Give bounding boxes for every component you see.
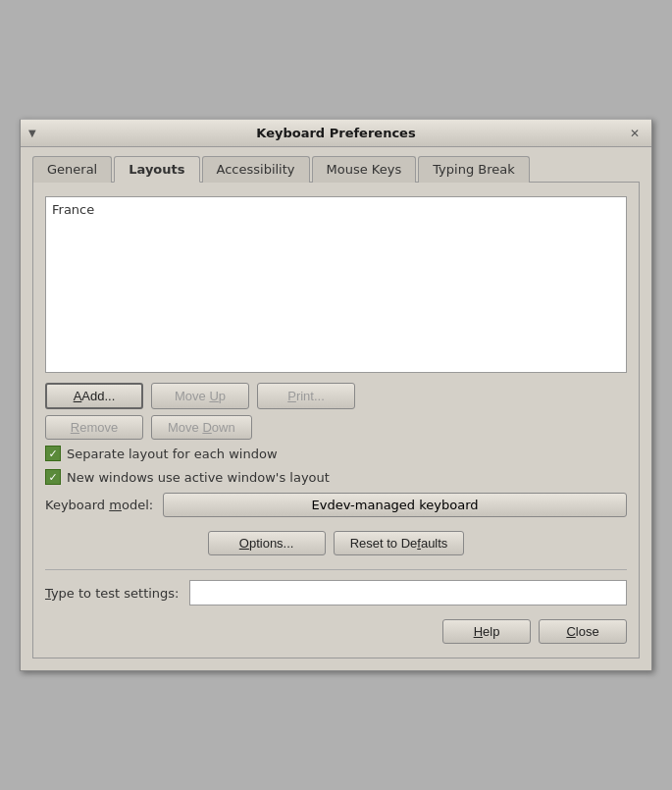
layouts-tab-panel: France AAdd... Move Up Print... Remove M… xyxy=(32,183,640,658)
options-reset-row: Options... Reset to Defaults xyxy=(45,531,627,555)
close-window-button[interactable]: ✕ xyxy=(626,125,644,142)
bottom-buttons: Help Close xyxy=(45,619,627,644)
close-button[interactable]: Close xyxy=(539,619,627,644)
tab-layouts[interactable]: Layouts xyxy=(114,156,199,183)
tab-typing-break[interactable]: Typing Break xyxy=(418,156,530,183)
titlebar-arrow-icon: ▼ xyxy=(28,128,36,138)
add-button[interactable]: AAdd... xyxy=(45,383,143,409)
keyboard-model-dropdown[interactable]: Evdev-managed keyboard xyxy=(163,493,627,517)
titlebar: ▼ Keyboard Preferences ✕ xyxy=(21,120,651,147)
tab-general[interactable]: General xyxy=(32,156,112,183)
layouts-list[interactable]: France xyxy=(45,196,627,373)
separate-layout-row[interactable]: Separate layout for each window xyxy=(45,446,627,461)
new-windows-checkbox[interactable] xyxy=(45,469,61,485)
separate-layout-checkbox[interactable] xyxy=(45,446,61,461)
new-windows-layout-row[interactable]: New windows use active window's layout xyxy=(45,469,627,485)
separate-layout-label: Separate layout for each window xyxy=(67,447,278,461)
options-button[interactable]: Options... xyxy=(208,531,326,555)
keyboard-model-row: Keyboard model: Evdev-managed keyboard xyxy=(45,493,627,517)
tab-mouse-keys[interactable]: Mouse Keys xyxy=(312,156,417,183)
test-settings-input[interactable] xyxy=(189,580,628,606)
keyboard-model-label: Keyboard model: xyxy=(45,498,153,512)
new-windows-label: New windows use active window's layout xyxy=(67,470,330,485)
keyboard-preferences-window: ▼ Keyboard Preferences ✕ General Layouts… xyxy=(20,119,652,671)
move-down-button[interactable]: Move Down xyxy=(151,415,252,440)
remove-button[interactable]: Remove xyxy=(45,415,143,440)
tab-accessibility[interactable]: Accessibility xyxy=(202,156,310,183)
list-item: France xyxy=(50,201,622,218)
help-button[interactable]: Help xyxy=(442,619,531,644)
separator xyxy=(45,569,627,570)
reset-defaults-button[interactable]: Reset to Defaults xyxy=(334,531,465,555)
move-up-button[interactable]: Move Up xyxy=(151,383,249,409)
test-settings-row: Type to test settings: xyxy=(45,580,627,606)
print-button[interactable]: Print... xyxy=(257,383,355,409)
button-row-2: Remove Move Down xyxy=(45,415,627,440)
button-row-1: AAdd... Move Up Print... xyxy=(45,383,627,409)
tabs-bar: General Layouts Accessibility Mouse Keys… xyxy=(32,155,640,183)
window-title: Keyboard Preferences xyxy=(256,126,415,140)
test-settings-label: Type to test settings: xyxy=(45,586,180,601)
window-content: General Layouts Accessibility Mouse Keys… xyxy=(21,147,651,670)
